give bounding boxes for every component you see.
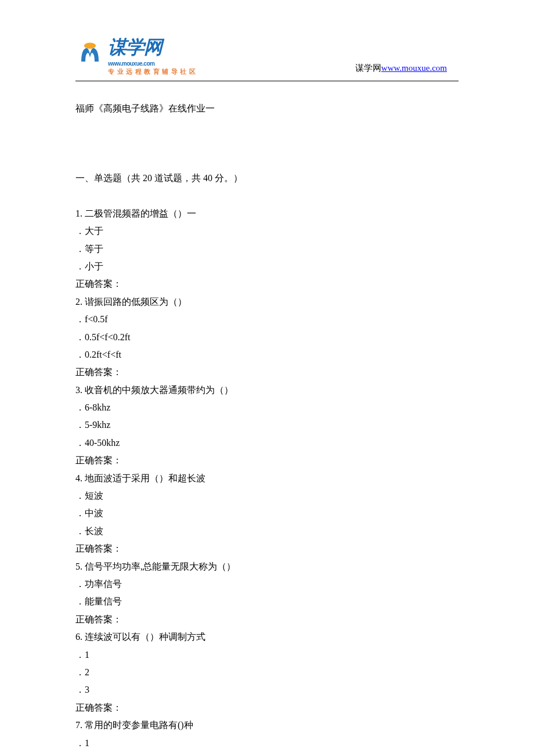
logo-title: 谋学网	[108, 35, 162, 60]
question-item: 5. 信号平均功率,总能量无限大称为（）．功率信号．能量信号正确答案：	[75, 558, 459, 629]
logo-icon	[75, 41, 104, 70]
question-option: ．1	[75, 735, 459, 752]
answer-label: 正确答案：	[75, 699, 459, 717]
logo-text: 谋学网 www.mouxue.com 专业远程教育辅导社区	[108, 35, 198, 76]
questions-list: 1. 二极管混频器的增益（）一．大于．等于．小于正确答案：2. 谐振回路的低频区…	[75, 205, 459, 756]
question-item: 4. 地面波适于采用（）和超长波．短波．中波．长波正确答案：	[75, 470, 459, 558]
question-stem: 4. 地面波适于采用（）和超长波	[75, 470, 459, 487]
answer-label: 正确答案：	[75, 452, 459, 469]
document-content: 福师《高频电子线路》在线作业一 一、单选题（共 20 道试题，共 40 分。） …	[0, 81, 534, 756]
question-option: ．0.2ft<f<ft	[75, 346, 459, 363]
question-option: ．2	[75, 752, 459, 756]
answer-label: 正确答案：	[75, 275, 459, 293]
header-site-label: 谋学网www.mouxue.com	[355, 63, 447, 76]
question-stem: 3. 收音机的中频放大器通频带约为（）	[75, 381, 459, 399]
question-option: ．0.5f<f<0.2ft	[75, 329, 459, 346]
question-option: ．短波	[75, 487, 459, 505]
question-option: ．大于	[75, 222, 459, 240]
logo: 谋学网 www.mouxue.com 专业远程教育辅导社区	[75, 35, 198, 76]
question-item: 7. 常用的时变参量电路有()种．1．2．3正确答案：	[75, 717, 459, 756]
section-title: 一、单选题（共 20 道试题，共 40 分。）	[75, 170, 459, 187]
answer-label: 正确答案：	[75, 611, 459, 628]
site-text: 谋学网	[355, 63, 381, 73]
site-link[interactable]: www.mouxue.com	[381, 63, 447, 73]
question-option: ．f<0.5f	[75, 311, 459, 328]
answer-label: 正确答案：	[75, 540, 459, 557]
page-header: 谋学网 www.mouxue.com 专业远程教育辅导社区 谋学网www.mou…	[0, 0, 534, 81]
question-option: ．2	[75, 664, 459, 681]
question-item: 1. 二极管混频器的增益（）一．大于．等于．小于正确答案：	[75, 205, 459, 293]
document-title: 福师《高频电子线路》在线作业一	[75, 100, 459, 117]
question-option: ．40-50khz	[75, 434, 459, 452]
question-item: 6. 连续波可以有（）种调制方式．1．2．3正确答案：	[75, 628, 459, 717]
question-item: 3. 收音机的中频放大器通频带约为（）．6-8khz．5-9khz．40-50k…	[75, 381, 459, 470]
question-option: ．小于	[75, 258, 459, 275]
question-item: 2. 谐振回路的低频区为（）．f<0.5f．0.5f<f<0.2ft．0.2ft…	[75, 293, 459, 381]
answer-label: 正确答案：	[75, 363, 459, 381]
logo-tagline: 专业远程教育辅导社区	[108, 68, 198, 76]
question-option: ．5-9khz	[75, 416, 459, 434]
question-option: ．等于	[75, 240, 459, 258]
question-stem: 6. 连续波可以有（）种调制方式	[75, 628, 459, 646]
question-option: ．长波	[75, 523, 459, 540]
question-option: ．1	[75, 646, 459, 664]
question-option: ．中波	[75, 505, 459, 522]
question-option: ．功率信号	[75, 575, 459, 593]
question-option: ．6-8khz	[75, 399, 459, 416]
question-stem: 7. 常用的时变参量电路有()种	[75, 717, 459, 734]
question-stem: 1. 二极管混频器的增益（）一	[75, 205, 459, 222]
question-option: ．3	[75, 681, 459, 699]
question-stem: 5. 信号平均功率,总能量无限大称为（）	[75, 558, 459, 575]
question-option: ．能量信号	[75, 593, 459, 610]
logo-url: www.mouxue.com	[108, 60, 198, 67]
question-stem: 2. 谐振回路的低频区为（）	[75, 293, 459, 311]
